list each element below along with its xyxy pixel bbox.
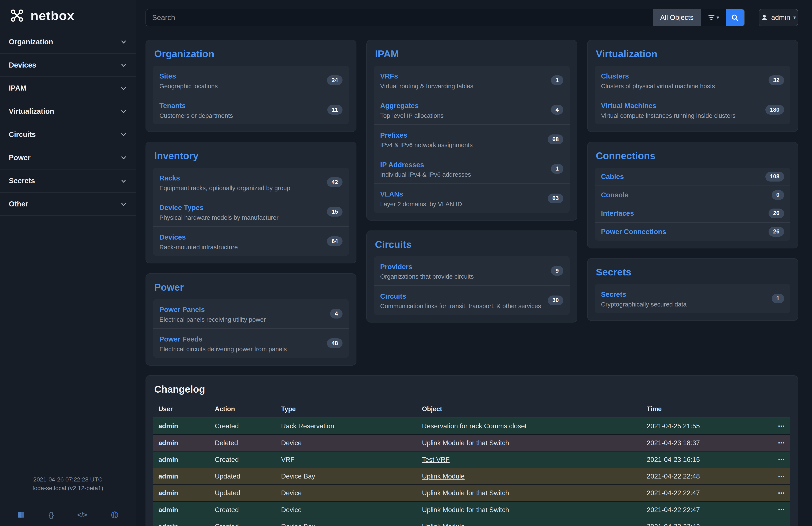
interfaces-link[interactable]: Interfaces <box>601 209 634 217</box>
count-badge[interactable]: 32 <box>769 75 784 85</box>
log-user: admin <box>153 518 209 526</box>
table-row: admin Updated Device Bay Uplink Module 2… <box>153 468 790 485</box>
count-badge[interactable]: 11 <box>327 105 343 115</box>
console-link[interactable]: Console <box>601 191 628 199</box>
tenants-link[interactable]: Tenants <box>159 102 186 110</box>
count-badge[interactable]: 0 <box>772 190 784 200</box>
count-badge[interactable]: 1 <box>551 164 563 174</box>
count-badge[interactable]: 26 <box>769 227 784 237</box>
list-item: Interfaces 26 <box>595 204 790 223</box>
aggregates-link[interactable]: Aggregates <box>380 102 419 110</box>
row-actions-ellipsis-icon[interactable]: ⋯ <box>778 506 785 514</box>
power-connections-link[interactable]: Power Connections <box>601 228 666 236</box>
item-description: Virtual routing & forwarding tables <box>380 83 474 90</box>
list-item: Power Connections 26 <box>595 223 790 241</box>
row-actions-ellipsis-icon[interactable]: ⋯ <box>778 473 785 480</box>
log-object-link[interactable]: Reservation for rack Comms closet <box>422 422 527 430</box>
card-connections: Connections Cables 108 Console 0 Interfa… <box>587 142 798 248</box>
api-braces-icon[interactable]: {} <box>49 510 54 520</box>
devices-link[interactable]: Devices <box>159 233 186 241</box>
log-type: Device <box>276 485 417 501</box>
user-menu-button[interactable]: admin ▾ <box>759 9 798 26</box>
ip-addresses-link[interactable]: IP Addresses <box>380 161 424 169</box>
row-actions-ellipsis-icon[interactable]: ⋯ <box>778 489 785 497</box>
providers-link[interactable]: Providers <box>380 263 412 271</box>
sidebar-item-devices[interactable]: Devices <box>0 54 135 77</box>
sites-link[interactable]: Sites <box>159 72 176 80</box>
count-badge[interactable]: 30 <box>548 296 563 305</box>
sidebar-item-organization[interactable]: Organization <box>0 30 135 54</box>
count-badge[interactable]: 42 <box>327 177 343 187</box>
caret-down-icon: ▾ <box>716 15 719 20</box>
table-row: admin Created Rack Reservation Reservati… <box>153 418 790 435</box>
sidebar-nav: Organization Devices IPAM Virtualization… <box>0 30 135 216</box>
search-input[interactable] <box>146 9 653 26</box>
sidebar-item-circuits[interactable]: Circuits <box>0 123 135 146</box>
netbox-dashboard: netbox Organization Devices IPAM Virtual… <box>0 0 812 526</box>
search-scope-button[interactable]: All Objects <box>653 9 701 26</box>
row-actions-ellipsis-icon[interactable]: ⋯ <box>778 456 785 463</box>
dashboard-column: IPAM VRFs Virtual routing & forwarding t… <box>366 40 577 366</box>
column-header-action: Action <box>209 401 276 418</box>
count-badge[interactable]: 1 <box>551 75 563 85</box>
power-panels-link[interactable]: Power Panels <box>159 305 205 313</box>
sidebar-footer: 2021-04-26 07:22:28 UTC foda-se.local (v… <box>0 475 135 526</box>
brand-name: netbox <box>31 8 75 23</box>
racks-link[interactable]: Racks <box>159 174 180 182</box>
list-item: Sites Geographic locations 24 <box>153 66 349 95</box>
count-badge[interactable]: 108 <box>765 172 784 182</box>
row-actions-ellipsis-icon[interactable]: ⋯ <box>778 523 785 526</box>
footer-icons: {} </> <box>0 510 135 520</box>
dashboard-column: Virtualization Clusters Clusters of phys… <box>587 40 798 366</box>
row-actions-ellipsis-icon[interactable]: ⋯ <box>778 422 785 430</box>
virtual-machines-link[interactable]: Virtual Machines <box>601 102 656 110</box>
changelog-title: Changelog <box>154 384 789 395</box>
count-badge[interactable]: 9 <box>551 266 563 276</box>
card-title: Inventory <box>154 150 348 161</box>
clusters-link[interactable]: Clusters <box>601 72 629 80</box>
item-description: IPv4 & IPv6 network assignments <box>380 141 473 148</box>
count-badge[interactable]: 4 <box>551 105 563 115</box>
sidebar-item-power[interactable]: Power <box>0 146 135 170</box>
log-object-link[interactable]: Uplink Module <box>422 523 465 526</box>
row-actions-ellipsis-icon[interactable]: ⋯ <box>778 439 785 446</box>
log-object-link[interactable]: Test VRF <box>422 456 450 463</box>
sidebar-item-virtualization[interactable]: Virtualization <box>0 100 135 123</box>
cables-link[interactable]: Cables <box>601 173 624 181</box>
list-item: Secrets Cryptographically secured data 1 <box>595 284 790 313</box>
log-time: 2021-04-23 16:15 <box>642 451 768 468</box>
source-code-icon[interactable]: </> <box>77 510 87 520</box>
sidebar-item-label: Circuits <box>9 130 36 139</box>
docs-book-icon[interactable] <box>17 511 25 519</box>
sidebar-item-ipam[interactable]: IPAM <box>0 77 135 100</box>
circuits-link[interactable]: Circuits <box>380 292 406 300</box>
count-badge[interactable]: 15 <box>327 207 343 216</box>
secrets-link[interactable]: Secrets <box>601 290 626 298</box>
sidebar-item-other[interactable]: Other <box>0 193 135 216</box>
brand[interactable]: netbox <box>0 0 135 30</box>
count-badge[interactable]: 180 <box>765 105 784 115</box>
search-submit-button[interactable] <box>726 9 744 26</box>
count-badge[interactable]: 24 <box>327 75 343 85</box>
count-badge[interactable]: 26 <box>769 209 784 218</box>
device-types-link[interactable]: Device Types <box>159 204 204 212</box>
count-badge[interactable]: 4 <box>330 309 343 318</box>
power-feeds-link[interactable]: Power Feeds <box>159 335 202 343</box>
sidebar-item-secrets[interactable]: Secrets <box>0 170 135 193</box>
table-header-row: User Action Type Object Time <box>153 401 790 418</box>
search-filter-button[interactable]: ▾ <box>701 9 726 26</box>
changelog-table: User Action Type Object Time admin Creat… <box>153 401 790 526</box>
count-badge[interactable]: 48 <box>327 338 343 348</box>
vlans-link[interactable]: VLANs <box>380 190 403 198</box>
prefixes-link[interactable]: Prefixes <box>380 131 407 139</box>
count-badge[interactable]: 68 <box>548 134 563 144</box>
log-object-link[interactable]: Uplink Module <box>422 472 465 480</box>
sidebar-item-label: Power <box>9 154 31 162</box>
count-badge[interactable]: 64 <box>327 237 343 246</box>
dashboard-cards: Organization Sites Geographic locations … <box>146 40 798 366</box>
count-badge[interactable]: 63 <box>548 194 563 203</box>
column-header-type: Type <box>276 401 417 418</box>
vrfs-link[interactable]: VRFs <box>380 72 398 80</box>
count-badge[interactable]: 1 <box>772 294 784 303</box>
community-globe-icon[interactable] <box>111 511 119 519</box>
